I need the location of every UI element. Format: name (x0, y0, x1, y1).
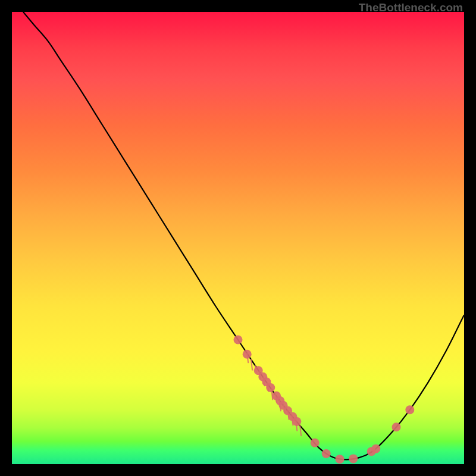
scatter-point (292, 417, 301, 426)
scatter-point (405, 405, 414, 414)
scatter-point (234, 336, 243, 345)
scatter-point (392, 422, 401, 431)
bottleneck-curve (23, 12, 464, 459)
scatter-point (311, 439, 320, 447)
chart-svg-overlay (12, 12, 464, 464)
scatter-point (336, 455, 345, 464)
scatter-point (322, 449, 331, 458)
scatter-points (234, 336, 415, 464)
scatter-point (266, 383, 275, 392)
scatter-point (349, 454, 358, 463)
chart-plot-area (12, 12, 464, 464)
scatter-point (371, 444, 380, 453)
watermark-text: TheBottleneck.com (359, 1, 463, 14)
scatter-point (243, 350, 252, 359)
